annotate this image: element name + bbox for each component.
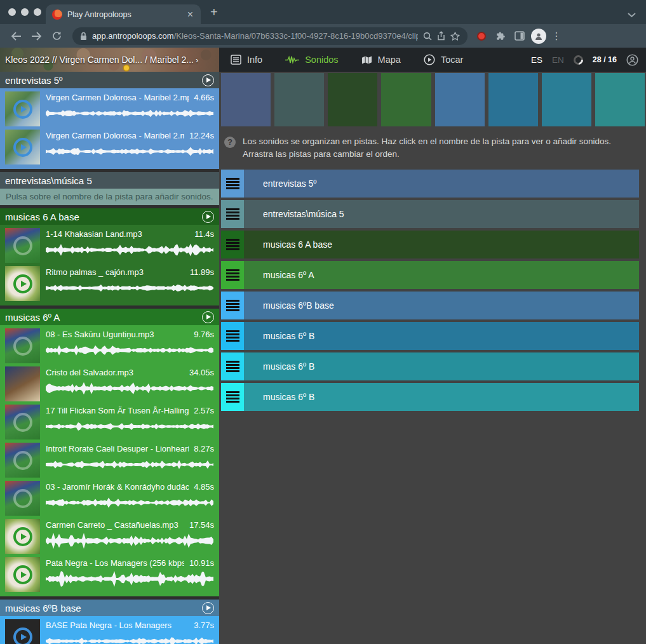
browser-tab[interactable]: Play Antropoloops × <box>46 4 201 24</box>
clip-thumbnail[interactable] <box>5 130 40 164</box>
color-swatch[interactable] <box>542 73 591 126</box>
track-drag-handle[interactable] <box>221 352 244 380</box>
track-row[interactable]: musicas 6º B <box>221 383 639 411</box>
audio-clip[interactable]: Virgen Carmen Dolorosa - Maribel 2.mp312… <box>5 130 214 164</box>
track-name-bar[interactable]: musicas 6º B <box>244 322 639 350</box>
audio-clip[interactable]: 08 - Es Sakūru Uguntiņu.mp39.76s <box>5 328 214 363</box>
section-play-button[interactable] <box>202 211 214 223</box>
audio-clip[interactable]: Cristo del Salvador.mp334.05s <box>5 366 214 401</box>
tab-info[interactable]: Info <box>231 55 262 65</box>
track-name-bar[interactable]: entrevistas\música 5 <box>244 200 639 228</box>
reload-button[interactable] <box>47 27 66 45</box>
audio-clip[interactable]: 03 - Jaromír Horák & Konrádyho dudácká .… <box>5 481 214 516</box>
track-drag-handle[interactable] <box>221 322 244 350</box>
clip-play-icon[interactable] <box>5 481 40 516</box>
track-row[interactable]: musicas 6 A base <box>221 231 639 258</box>
audio-clip[interactable]: 1-14 Khakasian Land.mp311.4s <box>5 228 214 263</box>
clip-thumbnail[interactable] <box>5 481 40 516</box>
forward-button[interactable] <box>27 27 46 45</box>
color-swatch[interactable] <box>595 73 645 126</box>
clip-play-icon[interactable] <box>5 619 40 644</box>
tab-close-icon[interactable]: × <box>186 10 194 20</box>
track-drag-handle[interactable] <box>221 292 244 319</box>
audio-clip[interactable]: 17 Till Flickan Som Är Tusen År-Halling … <box>5 405 214 439</box>
color-swatch[interactable] <box>328 73 377 126</box>
track-section-header[interactable]: musicas 6ºB base <box>0 600 219 616</box>
section-play-button[interactable] <box>202 602 214 614</box>
color-swatch[interactable] <box>274 73 324 126</box>
track-row[interactable]: musicas 6º B <box>221 352 639 380</box>
record-extension-icon[interactable] <box>473 32 490 41</box>
clip-thumbnail[interactable] <box>5 366 40 401</box>
address-bar[interactable]: app.antropoloops.com/Kleos-Santa-Marina/… <box>72 27 468 45</box>
clip-thumbnail[interactable] <box>5 619 40 644</box>
clip-play-icon[interactable] <box>5 266 40 301</box>
lang-es-button[interactable]: ES <box>531 55 542 65</box>
clip-play-icon[interactable] <box>5 557 40 592</box>
section-play-button[interactable] <box>202 311 214 323</box>
track-name-bar[interactable]: musicas 6º B <box>244 383 639 411</box>
clip-play-icon[interactable] <box>5 130 40 164</box>
color-swatch[interactable] <box>381 73 431 126</box>
track-row[interactable]: musicas 6º A <box>221 261 639 289</box>
tab-search-chevron-icon[interactable] <box>628 9 636 20</box>
clip-play-icon[interactable] <box>5 228 40 263</box>
clip-thumbnail[interactable] <box>5 266 40 301</box>
track-name-bar[interactable]: musicas 6º A <box>244 261 639 289</box>
back-button[interactable] <box>6 27 25 45</box>
track-section-header[interactable]: entrevistas\música 5 <box>0 172 219 189</box>
clip-play-icon[interactable] <box>5 328 40 363</box>
track-row[interactable]: musicas 6º B <box>221 322 639 350</box>
track-row[interactable]: entrevistas 5º <box>221 170 639 198</box>
audio-clip[interactable]: Ritmo palmas _ cajón.mp311.89s <box>5 266 214 301</box>
tab-mapa[interactable]: Mapa <box>361 55 401 65</box>
clip-thumbnail[interactable] <box>5 443 40 478</box>
bookmark-star-icon[interactable] <box>450 32 460 41</box>
audio-clip[interactable]: Introit Rorate Caeli Desuper - Lionheart… <box>5 443 214 478</box>
traffic-light-maximize[interactable] <box>34 8 41 16</box>
clip-play-icon[interactable] <box>5 91 40 126</box>
color-swatch[interactable] <box>488 73 538 126</box>
clip-thumbnail[interactable] <box>5 228 40 263</box>
audio-clip[interactable]: Pata Negra - Los Managers (256 kbps).mp3… <box>5 557 214 592</box>
clip-play-icon[interactable] <box>5 405 40 439</box>
extensions-puzzle-icon[interactable] <box>492 30 509 41</box>
clip-thumbnail[interactable] <box>5 405 40 439</box>
color-swatch[interactable] <box>435 73 485 126</box>
profile-avatar[interactable] <box>530 29 548 44</box>
breadcrumb[interactable]: Kleos 2022 // Virgen Carmen Dol... / Mar… <box>5 55 198 65</box>
clip-thumbnail[interactable] <box>5 328 40 363</box>
tab-sonidos[interactable]: Sonidos <box>285 55 338 65</box>
clip-thumbnail[interactable] <box>5 557 40 592</box>
track-drag-handle[interactable] <box>221 231 244 258</box>
audio-clip[interactable]: Carmen Carreto _ Castañuelas.mp317.54s <box>5 519 214 554</box>
account-icon[interactable] <box>626 54 638 66</box>
track-section-header[interactable]: musicas 6º A <box>0 309 219 325</box>
color-swatch[interactable] <box>221 73 271 126</box>
new-tab-button[interactable]: + <box>210 5 218 20</box>
track-section-header[interactable]: musicas 6 A base <box>0 208 219 225</box>
track-drag-handle[interactable] <box>221 261 244 289</box>
track-drag-handle[interactable] <box>221 200 244 228</box>
browser-menu-icon[interactable]: ⋮ <box>549 30 564 42</box>
track-name-bar[interactable]: musicas 6 A base <box>244 231 639 258</box>
track-name-bar[interactable]: musicas 6º B <box>244 352 639 380</box>
clip-play-icon[interactable] <box>5 443 40 478</box>
zoom-icon[interactable] <box>423 32 432 41</box>
side-panel-icon[interactable] <box>511 31 528 41</box>
track-drag-handle[interactable] <box>221 170 244 198</box>
traffic-light-minimize[interactable] <box>21 8 29 16</box>
tab-tocar[interactable]: Tocar <box>424 54 463 65</box>
audio-clip[interactable]: Virgen Carmen Dolorosa - Maribel 2.mp34.… <box>5 91 214 126</box>
clip-thumbnail[interactable] <box>5 519 40 554</box>
lang-en-button[interactable]: EN <box>552 55 564 65</box>
traffic-light-close[interactable] <box>8 8 16 16</box>
share-icon[interactable] <box>437 31 445 41</box>
track-row[interactable]: entrevistas\música 5 <box>221 200 639 228</box>
track-drag-handle[interactable] <box>221 383 244 411</box>
clip-thumbnail[interactable] <box>5 91 40 126</box>
track-section-header[interactable]: entrevistas 5º <box>0 72 219 88</box>
section-play-button[interactable] <box>202 74 214 86</box>
track-name-bar[interactable]: musicas 6ºB base <box>244 292 639 319</box>
track-row[interactable]: musicas 6ºB base <box>221 292 639 319</box>
